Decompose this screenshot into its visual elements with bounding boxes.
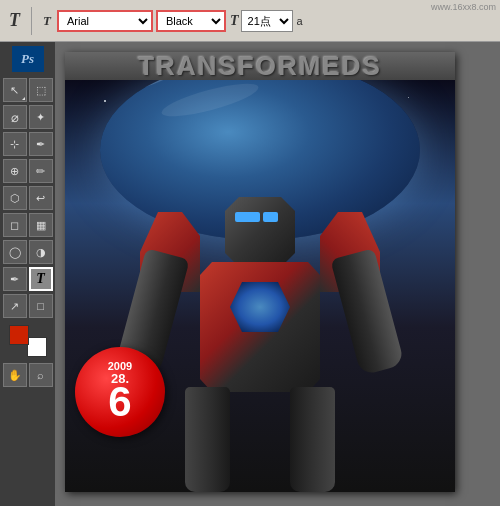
pen-tool[interactable]: ✒	[3, 267, 27, 291]
crop-icon: ⊹	[10, 138, 19, 151]
tool-row-7: ◯ ◑	[3, 240, 53, 264]
lasso-tool[interactable]: ⌀	[3, 105, 27, 129]
eraser-icon: ◻	[10, 219, 19, 232]
shape-tool[interactable]: □	[29, 294, 53, 318]
badge-circle: 2009 28. 6	[75, 347, 165, 437]
tool-indicator: T	[6, 10, 23, 31]
canvas-title: TRANSFORMEDS	[138, 52, 382, 82]
canvas-area: TRANSFORMEDS	[55, 42, 500, 506]
path-selection-tool[interactable]: ↗	[3, 294, 27, 318]
tool-triangle	[22, 97, 25, 100]
font-select[interactable]: Arial	[57, 10, 153, 32]
canvas-title-bar: TRANSFORMEDS	[65, 52, 455, 80]
move-icon: ↖	[10, 84, 19, 97]
eyedropper-tool[interactable]: ✒	[29, 132, 53, 156]
top-toolbar: T T Arial Black T 21点 a www.16xx8.com	[0, 0, 500, 42]
star	[104, 100, 106, 102]
style-select[interactable]: Black	[156, 10, 226, 32]
type-icon: T	[36, 271, 45, 287]
crop-tool[interactable]: ⊹	[3, 132, 27, 156]
dodge-tool[interactable]: ◑	[29, 240, 53, 264]
pen-icon: ✒	[10, 273, 19, 286]
selection-tool[interactable]: ⬚	[29, 78, 53, 102]
size-select[interactable]: 21点	[241, 10, 293, 32]
eyedropper-icon: ✒	[36, 138, 45, 151]
left-toolbar: Ps ↖ ⬚ ⌀ ✦ ⊹ ✒	[0, 42, 55, 506]
background-color-swatch[interactable]	[27, 337, 47, 357]
tool-row-5: ⬡ ↩	[3, 186, 53, 210]
type-tool[interactable]: T	[29, 267, 53, 291]
canvas-image-area: 2009 28. 6	[65, 80, 455, 492]
robot-leg-right	[290, 387, 335, 492]
zoom-icon: ⌕	[37, 369, 44, 381]
font-section: T Arial Black	[40, 10, 226, 32]
brush-tool[interactable]: ✏	[29, 159, 53, 183]
tool-row-6: ◻ ▦	[3, 213, 53, 237]
move-tool[interactable]: ↖	[3, 78, 27, 102]
magic-wand-icon: ✦	[36, 111, 45, 124]
photoshop-canvas: TRANSFORMEDS	[65, 52, 455, 492]
blur-tool[interactable]: ◯	[3, 240, 27, 264]
aa-label: a	[297, 15, 303, 27]
ps-logo: Ps	[12, 46, 44, 72]
clone-icon: ⬡	[10, 192, 20, 205]
type-tool-indicator: T	[6, 10, 23, 31]
size-section: T 21点	[230, 10, 293, 32]
watermark: www.16xx8.com	[431, 2, 496, 12]
separator-1	[31, 7, 32, 35]
color-swatches[interactable]	[9, 325, 47, 357]
hand-tool[interactable]: ✋	[3, 363, 27, 387]
healing-icon: ⊕	[10, 165, 19, 178]
lasso-icon: ⌀	[11, 110, 19, 125]
healing-brush-tool[interactable]: ⊕	[3, 159, 27, 183]
tool-row-2: ⌀ ✦	[3, 105, 53, 129]
tool-row-9: ↗ □	[3, 294, 53, 318]
foreground-color-swatch[interactable]	[9, 325, 29, 345]
main-area: Ps ↖ ⬚ ⌀ ✦ ⊹ ✒	[0, 42, 500, 506]
blur-icon: ◯	[9, 246, 21, 259]
bottom-tools: ✋ ⌕	[3, 363, 53, 388]
robot-head	[225, 197, 295, 267]
magic-wand-tool[interactable]: ✦	[29, 105, 53, 129]
history-brush-tool[interactable]: ↩	[29, 186, 53, 210]
tool-row-3: ⊹ ✒	[3, 132, 53, 156]
robot-leg-left	[185, 387, 230, 492]
tool-row-bottom1: ✋ ⌕	[3, 363, 53, 387]
clone-stamp-tool[interactable]: ⬡	[3, 186, 27, 210]
font-size-icon: T	[40, 13, 54, 29]
star	[408, 97, 409, 98]
path-icon: ↗	[10, 300, 19, 313]
tool-row-8: ✒ T	[3, 267, 53, 291]
shape-icon: □	[37, 300, 44, 312]
size-t-icon: T	[230, 13, 239, 29]
eraser-tool[interactable]: ◻	[3, 213, 27, 237]
hand-icon: ✋	[8, 369, 22, 382]
gradient-icon: ▦	[36, 219, 46, 232]
dodge-icon: ◑	[36, 246, 46, 259]
brush-icon: ✏	[36, 165, 45, 178]
robot-torso	[200, 262, 320, 392]
gradient-tool[interactable]: ▦	[29, 213, 53, 237]
zoom-tool[interactable]: ⌕	[29, 363, 53, 387]
badge-number: 6	[108, 381, 131, 423]
robot-figure	[160, 192, 360, 492]
tool-row-4: ⊕ ✏	[3, 159, 53, 183]
tool-row-1: ↖ ⬚	[3, 78, 53, 102]
aa-section: a	[297, 15, 303, 27]
selection-icon: ⬚	[36, 84, 46, 97]
history-icon: ↩	[36, 192, 45, 205]
